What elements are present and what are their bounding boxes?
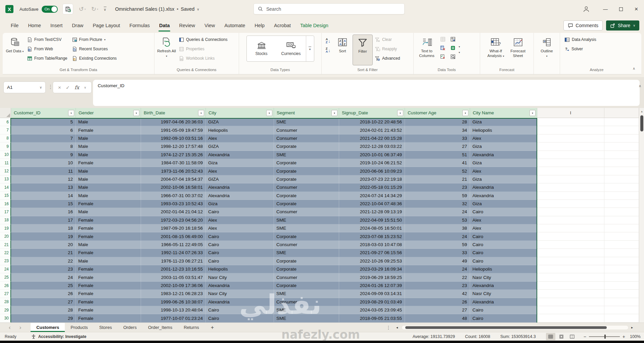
cell[interactable]: Cairo	[206, 314, 274, 322]
workbook-links-button[interactable]: Workbook Links	[177, 54, 229, 63]
search-box[interactable]	[254, 3, 405, 14]
cell[interactable]: 21	[405, 175, 470, 183]
menu-tab-review[interactable]: Review	[174, 18, 200, 33]
reapply-filter-button[interactable]: Reapply	[373, 45, 402, 53]
data-types-more-button[interactable]: ▾	[306, 36, 314, 61]
cell[interactable]: 2019-10-24 06:21:52	[339, 159, 405, 167]
cell[interactable]: 42	[405, 290, 470, 298]
cell[interactable]: Cairo	[206, 208, 274, 216]
cell[interactable]: Corporate	[274, 175, 339, 183]
cell[interactable]: Giza	[206, 200, 274, 208]
cell[interactable]: Male	[76, 151, 141, 159]
cell[interactable]: 2022-04-09 15:51:50	[339, 216, 405, 224]
filter-dropdown-icon[interactable]: ▾	[266, 110, 272, 116]
autosave-toggle[interactable]: On	[42, 6, 58, 13]
menu-tab-file[interactable]: File	[6, 18, 23, 33]
menu-tab-insert[interactable]: Insert	[46, 18, 67, 33]
row-header[interactable]: 11	[0, 159, 11, 167]
cell[interactable]: 2022-12-28 03:03:22	[339, 142, 405, 151]
cell[interactable]: 27	[405, 306, 470, 314]
cell[interactable]: 2023-07-08 15:23:52	[339, 232, 405, 240]
cell-empty[interactable]	[604, 273, 639, 281]
data-validation-button[interactable]	[439, 53, 447, 61]
cell[interactable]: Alex	[206, 167, 274, 175]
cell[interactable]: 10	[11, 159, 76, 167]
cell[interactable]: Alex	[470, 134, 537, 142]
relationships-button[interactable]	[449, 53, 457, 61]
cell[interactable]: Male	[76, 241, 141, 249]
cell[interactable]: Male	[76, 134, 141, 142]
cell[interactable]: 1976-11-23 06:27:21	[141, 257, 206, 265]
cell[interactable]: 17	[11, 216, 76, 224]
cell[interactable]: 27	[11, 298, 76, 306]
remove-duplicates-button[interactable]	[439, 44, 447, 52]
cell[interactable]: Consumer	[274, 134, 339, 142]
cell[interactable]: Alex	[470, 216, 537, 224]
column-header-segment[interactable]: Segment▾	[274, 108, 339, 118]
cell[interactable]: 1998-12-20 17:57:48	[141, 142, 206, 151]
cell[interactable]: Corporate	[274, 159, 339, 167]
row-header[interactable]: 28	[0, 298, 11, 306]
cell[interactable]: 27	[405, 142, 470, 151]
name-box-chevron-icon[interactable]: ∨	[40, 85, 42, 89]
cell[interactable]: 25	[11, 282, 76, 290]
cell[interactable]: Alexandria	[470, 192, 537, 200]
cell[interactable]: 6	[11, 126, 76, 134]
select-all-corner[interactable]	[0, 108, 11, 118]
cell[interactable]: 24	[405, 265, 470, 273]
cell[interactable]: GIZA	[206, 118, 274, 126]
cell[interactable]: 1992-11-24 07:26:33	[141, 249, 206, 257]
minimize-button[interactable]: —	[598, 0, 613, 18]
cell[interactable]: Male	[76, 183, 141, 191]
cell[interactable]: Corporate	[274, 192, 339, 200]
cell-empty[interactable]	[604, 118, 639, 126]
filter-dropdown-icon[interactable]: ▾	[397, 110, 403, 116]
sort-z-to-a-button[interactable]: ZA↓	[324, 46, 332, 55]
column-header-customer-age[interactable]: Customer Age▾	[405, 108, 470, 118]
zoom-level[interactable]: 100%	[630, 334, 641, 339]
cancel-entry-icon[interactable]: ×	[58, 84, 61, 90]
row-header[interactable]: 25	[0, 273, 11, 281]
cell[interactable]: 22	[405, 273, 470, 281]
cell[interactable]: 1998-10-13 20:48:04	[141, 306, 206, 314]
cell[interactable]: SME	[274, 290, 339, 298]
cell[interactable]: Cairo	[470, 232, 537, 240]
text-to-columns-button[interactable]: Text to Columns	[416, 35, 438, 65]
cell[interactable]: Nasr City	[470, 273, 537, 281]
cell[interactable]: 20	[11, 241, 76, 249]
cell[interactable]: 2002-10-09 17:36:06	[141, 282, 206, 290]
cell[interactable]: Giza	[470, 200, 537, 208]
cell-empty[interactable]	[537, 175, 604, 183]
cell[interactable]: 2024-09-09 03:14:31	[339, 290, 405, 298]
cell-empty[interactable]	[537, 200, 604, 208]
cell-empty[interactable]	[537, 224, 604, 232]
cell[interactable]: Corporate	[274, 257, 339, 265]
normal-view-button[interactable]	[546, 333, 555, 340]
cell[interactable]: 2023-07-23 22:19:18	[339, 175, 405, 183]
customize-quick-access-button[interactable]: ∨	[104, 7, 106, 12]
row-header[interactable]: 8	[0, 134, 11, 142]
next-sheet-icon[interactable]: ›	[19, 324, 21, 331]
name-box[interactable]: A1 ∨	[3, 81, 46, 93]
cell[interactable]: 2002-01-04 21:04:12	[141, 208, 206, 216]
row-header[interactable]: 27	[0, 290, 11, 298]
cell-empty[interactable]	[537, 249, 604, 257]
cell-empty[interactable]	[537, 183, 604, 191]
comments-button[interactable]: Comments	[563, 20, 603, 31]
cell[interactable]: 33	[405, 134, 470, 142]
cell-empty[interactable]	[604, 249, 639, 257]
row-header[interactable]: 6	[0, 118, 11, 126]
row-header[interactable]: 9	[0, 142, 11, 151]
cell[interactable]: Nasr City	[206, 273, 274, 281]
cell[interactable]: Corporate	[274, 142, 339, 151]
cell[interactable]: 1992-09-10 03:51:16	[141, 134, 206, 142]
cell[interactable]: 23	[405, 282, 470, 290]
cell[interactable]: 23	[405, 183, 470, 191]
cell[interactable]: Consumer	[274, 298, 339, 306]
cell[interactable]: Male	[76, 167, 141, 175]
cell-empty[interactable]	[537, 257, 604, 265]
cell-empty[interactable]	[537, 142, 604, 151]
cell[interactable]: 2003-11-05 03:51:47	[141, 273, 206, 281]
scroll-right-icon[interactable]: ▸	[631, 326, 633, 329]
queries-connections-button[interactable]: Queries & Connections	[177, 35, 229, 44]
